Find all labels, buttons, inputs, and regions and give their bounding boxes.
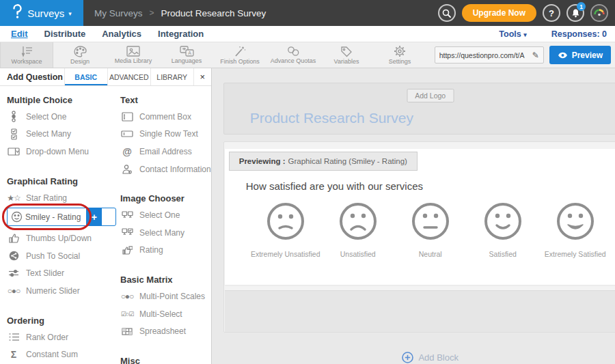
- responses-count[interactable]: Responses: 0: [551, 29, 607, 39]
- tools-dropdown[interactable]: Tools ▾: [499, 29, 526, 39]
- magic-wand-icon: [234, 46, 246, 57]
- survey-url-field[interactable]: ✎: [435, 46, 544, 64]
- questionpro-logo-icon: [12, 4, 23, 22]
- edit-url-pencil-icon[interactable]: ✎: [532, 51, 539, 60]
- multi-select-icon: ☑○☑: [120, 311, 134, 318]
- preview-button[interactable]: Preview: [549, 46, 611, 64]
- option-unsatisfied[interactable]: Unsatisfied: [322, 201, 394, 258]
- question-block: Previewing : Graphical Rating (Smiley - …: [223, 141, 615, 333]
- sidebar-column-2: Text Comment Box Single Row Text @ Email…: [116, 87, 211, 364]
- item-label: Select One: [26, 112, 66, 122]
- sidebar-tabs: Add Question BASIC ADVANCED LIBRARY ×: [0, 68, 211, 86]
- add-logo-button[interactable]: Add Logo: [407, 89, 454, 102]
- option-label: Unsatisfied: [340, 250, 376, 258]
- sidebar-item-select-many[interactable]: Select Many: [7, 126, 116, 143]
- tab-analytics[interactable]: Analytics: [102, 29, 141, 39]
- option-extremely-satisfied[interactable]: Extremely Satisfied: [539, 201, 612, 258]
- questionpro-logo-menu[interactable]: Surveys ▾: [0, 0, 83, 26]
- toolbar-design-button[interactable]: Design: [53, 42, 107, 68]
- sidebar-item-multi-point-scales[interactable]: ○●○ Multi-Point Scales: [120, 288, 211, 305]
- close-sidebar-button[interactable]: ×: [193, 68, 211, 85]
- search-button[interactable]: [438, 4, 456, 22]
- toolbar-advance-quotas-button[interactable]: Advance Quotas: [266, 42, 320, 68]
- upgrade-now-button[interactable]: Upgrade Now: [462, 4, 536, 22]
- spreadsheet-icon: [120, 328, 134, 335]
- sidebar-item-rank-order[interactable]: Rank Order: [7, 328, 116, 346]
- tab-edit[interactable]: Edit: [11, 29, 28, 39]
- sidebar-item-comment-box[interactable]: Comment Box: [120, 108, 211, 126]
- toolbar-variables-button[interactable]: Variables: [320, 42, 373, 68]
- sidebar-item-image-select-many[interactable]: Select Many: [120, 224, 211, 242]
- smiley-face-icon: [266, 201, 305, 241]
- item-label: Single Row Text: [139, 129, 198, 139]
- sidebar-item-constant-sum[interactable]: Σ Constant Sum: [7, 346, 116, 363]
- sidebar-item-dropdown-menu[interactable]: Drop-down Menu: [7, 143, 116, 160]
- palette-icon: [74, 46, 87, 57]
- option-extremely-unsatisfied[interactable]: Extremely Unsatisfied: [249, 201, 322, 258]
- smiley-rating-selected-box[interactable]: Smiley - Rating +: [7, 208, 116, 226]
- toolbar-settings-button[interactable]: Settings: [373, 42, 426, 68]
- add-smiley-question-button[interactable]: +: [86, 208, 102, 225]
- option-label: Extremely Satisfied: [545, 250, 606, 258]
- tab-advanced[interactable]: ADVANCED: [107, 68, 150, 85]
- section-multiple-choice: Multiple Choice: [7, 95, 116, 105]
- sidebar-item-smiley-rating[interactable]: Smiley - Rating +: [7, 208, 116, 228]
- survey-nav-bar: Edit Distribute Analytics Integration To…: [0, 26, 615, 42]
- sidebar-item-push-to-social[interactable]: Push To Social: [7, 247, 116, 265]
- smiley-face-icon: [411, 201, 450, 241]
- sidebar-item-select-one[interactable]: Select One: [7, 108, 116, 126]
- toolbar-languages-button[interactable]: A Languages: [160, 42, 213, 68]
- item-label: Multi-Point Scales: [139, 292, 205, 301]
- smiley-face-icon: [556, 201, 595, 241]
- comment-box-icon: [120, 112, 134, 122]
- toolbar-media-library-button[interactable]: Media Library: [107, 42, 160, 68]
- translate-icon: A: [180, 46, 194, 57]
- nav-tabs: Edit Distribute Analytics Integration: [11, 29, 499, 39]
- sigma-icon: Σ: [7, 349, 20, 360]
- survey-canvas: Add Logo Product Research Survey Preview…: [212, 68, 615, 364]
- item-label: Star Rating: [26, 193, 67, 203]
- toolbar-workspace-button[interactable]: Workspace: [0, 42, 53, 68]
- sidebar-item-single-row-text[interactable]: Single Row Text: [120, 126, 211, 143]
- option-label: Extremely Unsatisfied: [251, 250, 320, 258]
- help-button[interactable]: ?: [543, 4, 560, 22]
- tab-library[interactable]: LIBRARY: [150, 68, 193, 85]
- item-label: Smiley - Rating: [25, 208, 86, 225]
- survey-url-input[interactable]: [439, 51, 531, 59]
- item-label: Select Many: [139, 228, 184, 238]
- tab-integration[interactable]: Integration: [158, 29, 204, 39]
- item-label: Push To Social: [26, 251, 80, 261]
- breadcrumb-my-surveys[interactable]: My Surveys: [94, 8, 143, 18]
- sidebar-item-multi-select[interactable]: ☑○☑ Multi-Select: [120, 305, 211, 323]
- breadcrumb-current-survey: Product Research Survey: [161, 8, 266, 18]
- workspace-icon: [19, 46, 34, 57]
- product-name: Surveys: [27, 8, 64, 19]
- toolbar-finish-options-button[interactable]: Finish Options: [213, 42, 266, 68]
- user-avatar[interactable]: [590, 4, 608, 22]
- sidebar-item-email-address[interactable]: @ Email Address: [120, 143, 211, 160]
- option-satisfied[interactable]: Satisfied: [467, 201, 539, 258]
- sidebar-item-contact-information[interactable]: Contact Information: [120, 160, 211, 178]
- sidebar-item-text-slider[interactable]: Text Slider: [7, 265, 116, 283]
- survey-title[interactable]: Product Research Survey: [250, 110, 413, 126]
- sidebar-item-star-rating[interactable]: ★☆ Star Rating: [7, 189, 116, 207]
- eye-icon: [558, 52, 568, 59]
- add-block-button[interactable]: Add Block: [223, 352, 615, 363]
- share-icon: [7, 251, 20, 261]
- image-icon: [126, 46, 140, 57]
- item-label: Thumbs Up/Down: [26, 234, 92, 243]
- question-preview-card: Previewing : Graphical Rating (Smiley - …: [225, 149, 615, 285]
- notifications-button[interactable]: 1: [566, 4, 584, 22]
- sidebar-item-numeric-slider[interactable]: ○●○ Numeric Slider: [7, 282, 116, 300]
- section-text: Text: [120, 95, 211, 105]
- tab-distribute[interactable]: Distribute: [44, 29, 86, 39]
- checkbox-stack-icon: [7, 128, 20, 140]
- sidebar-item-image-select-one[interactable]: Select One: [120, 206, 211, 224]
- option-neutral[interactable]: Neutral: [394, 201, 467, 258]
- item-label: Multi-Select: [139, 309, 182, 319]
- sidebar-item-image-rating[interactable]: Rating: [120, 242, 211, 260]
- star-rating-icon: ★☆: [7, 193, 20, 203]
- sidebar-item-spreadsheet[interactable]: Spreadsheet: [120, 322, 211, 340]
- sidebar-item-thumbs-up-down[interactable]: Thumbs Up/Down: [7, 229, 116, 247]
- tab-basic[interactable]: BASIC: [64, 68, 107, 85]
